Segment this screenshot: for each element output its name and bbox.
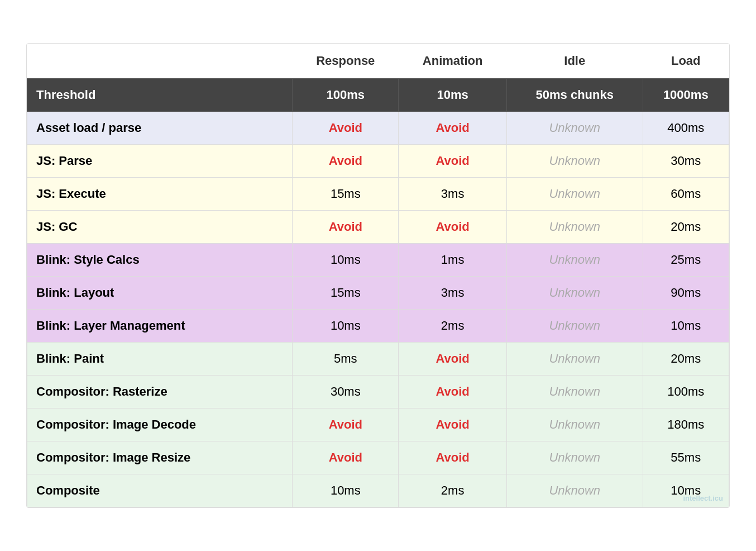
col-header-response: Response xyxy=(293,44,399,79)
row-animation: 3ms xyxy=(399,277,507,310)
table-row: Composite10ms2msUnknown10msintellect.icu xyxy=(27,474,729,507)
row-response: 5ms xyxy=(293,343,399,376)
row-response: 10ms xyxy=(293,244,399,277)
row-label: JS: GC xyxy=(27,211,293,244)
row-label: Blink: Layer Management xyxy=(27,310,293,343)
threshold-label: Threshold xyxy=(27,79,293,112)
table-row: Blink: Layout15ms3msUnknown90ms xyxy=(27,277,729,310)
row-response: Avoid xyxy=(293,112,399,145)
table-row: Asset load / parseAvoidAvoidUnknown400ms xyxy=(27,112,729,145)
threshold-response: 100ms xyxy=(293,79,399,112)
row-animation: Avoid xyxy=(399,343,507,376)
row-load: 25ms xyxy=(643,244,729,277)
col-header-label xyxy=(27,44,293,79)
threshold-row: Threshold 100ms 10ms 50ms chunks 1000ms xyxy=(27,79,729,112)
row-response: Avoid xyxy=(293,211,399,244)
table-row: Compositor: Image DecodeAvoidAvoidUnknow… xyxy=(27,408,729,441)
row-idle: Unknown xyxy=(506,277,643,310)
table-row: JS: Execute15ms3msUnknown60ms xyxy=(27,178,729,211)
row-idle: Unknown xyxy=(506,310,643,343)
row-load: 10ms xyxy=(643,310,729,343)
row-response: Avoid xyxy=(293,408,399,441)
threshold-load: 1000ms xyxy=(643,79,729,112)
row-animation: 3ms xyxy=(399,178,507,211)
row-idle: Unknown xyxy=(506,408,643,441)
row-animation: 2ms xyxy=(399,474,507,507)
col-header-idle: Idle xyxy=(506,44,643,79)
row-load: 180ms xyxy=(643,408,729,441)
row-animation: 1ms xyxy=(399,244,507,277)
row-idle: Unknown xyxy=(506,145,643,178)
row-idle: Unknown xyxy=(506,376,643,408)
row-label: Blink: Layout xyxy=(27,277,293,310)
threshold-animation: 10ms xyxy=(399,79,507,112)
row-label: Blink: Paint xyxy=(27,343,293,376)
row-label: JS: Parse xyxy=(27,145,293,178)
row-response: 30ms xyxy=(293,376,399,408)
table-row: Blink: Paint5msAvoidUnknown20ms xyxy=(27,343,729,376)
row-label: Asset load / parse xyxy=(27,112,293,145)
row-load: 60ms xyxy=(643,178,729,211)
row-load: 10msintellect.icu xyxy=(643,474,729,507)
row-label: JS: Execute xyxy=(27,178,293,211)
row-response: 10ms xyxy=(293,310,399,343)
row-animation: Avoid xyxy=(399,145,507,178)
row-animation: Avoid xyxy=(399,112,507,145)
table-row: Blink: Layer Management10ms2msUnknown10m… xyxy=(27,310,729,343)
row-label: Composite xyxy=(27,474,293,507)
row-label: Blink: Style Calcs xyxy=(27,244,293,277)
performance-table-wrapper: Response Animation Idle Load Threshold 1… xyxy=(26,43,730,508)
performance-table: Response Animation Idle Load Threshold 1… xyxy=(27,44,729,507)
row-response: Avoid xyxy=(293,441,399,474)
row-label: Compositor: Image Decode xyxy=(27,408,293,441)
row-idle: Unknown xyxy=(506,244,643,277)
table-row: JS: GCAvoidAvoidUnknown20ms xyxy=(27,211,729,244)
row-animation: Avoid xyxy=(399,376,507,408)
table-row: Compositor: Rasterize30msAvoidUnknown100… xyxy=(27,376,729,408)
row-load: 400ms xyxy=(643,112,729,145)
col-header-animation: Animation xyxy=(399,44,507,79)
row-idle: Unknown xyxy=(506,474,643,507)
table-row: Blink: Style Calcs10ms1msUnknown25ms xyxy=(27,244,729,277)
row-response: Avoid xyxy=(293,145,399,178)
row-load: 55ms xyxy=(643,441,729,474)
row-response: 15ms xyxy=(293,277,399,310)
column-header-row: Response Animation Idle Load xyxy=(27,44,729,79)
row-load: 90ms xyxy=(643,277,729,310)
row-load: 100ms xyxy=(643,376,729,408)
row-idle: Unknown xyxy=(506,343,643,376)
threshold-idle: 50ms chunks xyxy=(506,79,643,112)
watermark: intellect.icu xyxy=(683,494,723,502)
row-animation: Avoid xyxy=(399,408,507,441)
row-animation: Avoid xyxy=(399,441,507,474)
table-row: Compositor: Image ResizeAvoidAvoidUnknow… xyxy=(27,441,729,474)
row-idle: Unknown xyxy=(506,211,643,244)
row-load: 20ms xyxy=(643,343,729,376)
row-idle: Unknown xyxy=(506,112,643,145)
row-load: 20ms xyxy=(643,211,729,244)
row-idle: Unknown xyxy=(506,178,643,211)
row-load: 30ms xyxy=(643,145,729,178)
row-animation: 2ms xyxy=(399,310,507,343)
row-response: 15ms xyxy=(293,178,399,211)
row-label: Compositor: Image Resize xyxy=(27,441,293,474)
table-row: JS: ParseAvoidAvoidUnknown30ms xyxy=(27,145,729,178)
row-animation: Avoid xyxy=(399,211,507,244)
row-label: Compositor: Rasterize xyxy=(27,376,293,408)
row-response: 10ms xyxy=(293,474,399,507)
row-idle: Unknown xyxy=(506,441,643,474)
col-header-load: Load xyxy=(643,44,729,79)
